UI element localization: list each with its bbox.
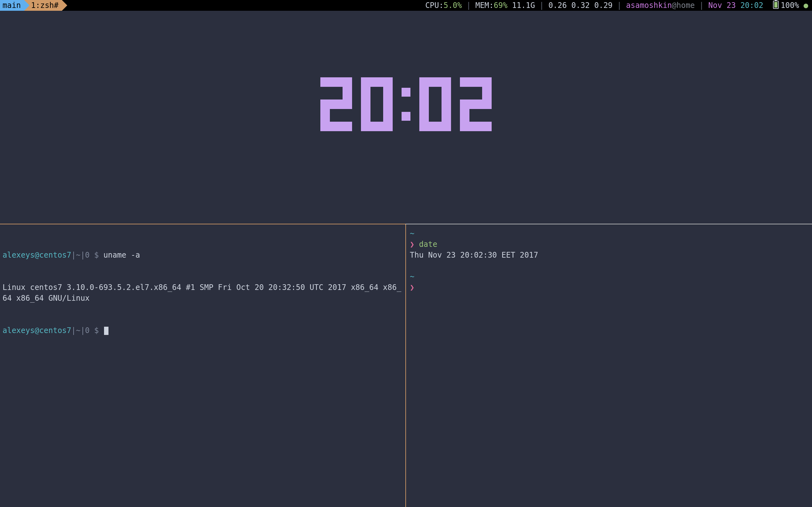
cwd-indicator: ~ <box>410 228 808 239</box>
big-clock <box>320 77 492 131</box>
separator: | <box>535 0 548 11</box>
command-text: uname -a <box>103 250 140 260</box>
mem-label: MEM: <box>475 0 494 11</box>
window-label: 1:zsh# <box>31 0 59 11</box>
prompt-symbol: ❯ <box>410 240 414 249</box>
cursor-icon <box>104 327 108 335</box>
session-name-segment[interactable]: main <box>0 0 24 11</box>
separator: | <box>462 0 475 11</box>
command-text: date <box>419 240 438 249</box>
username: asamoshkin <box>626 0 672 11</box>
powerline-arrow-icon <box>62 0 67 11</box>
cwd-indicator: ~ <box>410 271 808 282</box>
terminal-line: alexeys@centos7|~|0 $ uname -a <box>3 250 403 261</box>
prompt-path: |~|0 $ <box>71 326 103 335</box>
session-name: main <box>3 0 21 11</box>
separator: | <box>612 0 626 11</box>
command-output: Thu Nov 23 20:02:30 EET 2017 <box>410 250 808 261</box>
svg-rect-17 <box>460 122 492 131</box>
tmux-panes: alexeys@centos7|~|0 $ uname -a Linux cen… <box>0 11 812 507</box>
terminal-line: alexeys@centos7|~|0 $ <box>3 325 403 336</box>
clock-colon <box>402 88 410 121</box>
prompt-symbol: ❯ <box>410 283 414 292</box>
svg-rect-12 <box>419 122 451 131</box>
window-tab[interactable]: 1:zsh# <box>24 0 62 11</box>
mem-total: 11.1G <box>512 0 535 11</box>
svg-rect-4 <box>320 122 352 131</box>
pane-clock[interactable] <box>0 11 812 224</box>
prompt-path: |~|0 $ <box>71 250 103 260</box>
separator: | <box>695 0 708 11</box>
status-left: main 1:zsh# <box>0 0 67 11</box>
status-right: CPU: 5.0% | MEM: 69% 11.1G | 0.26 0.32 0… <box>425 0 812 11</box>
clock-digit <box>419 77 451 131</box>
battery-percent: 100% <box>780 0 799 11</box>
pane-right-terminal[interactable]: ~ ❯ date Thu Nov 23 20:02:30 EET 2017 ~ … <box>406 224 812 507</box>
pane-left-terminal[interactable]: alexeys@centos7|~|0 $ uname -a Linux cen… <box>0 224 405 507</box>
command-output: Linux centos7 3.10.0-693.5.2.el7.x86_64 … <box>3 282 403 303</box>
svg-rect-8 <box>361 122 393 131</box>
terminal-line: ❯ <box>410 282 808 293</box>
status-dot-icon: ● <box>804 0 808 11</box>
clock-digit <box>320 77 352 131</box>
clock-digit <box>361 77 393 131</box>
clock-digit <box>460 77 492 131</box>
prompt-user: alexeys@centos7 <box>3 326 71 335</box>
time-value: 20:02 <box>740 0 763 11</box>
cpu-label: CPU: <box>425 0 444 11</box>
cpu-value: 5.0% <box>444 0 462 11</box>
battery-icon <box>773 1 779 9</box>
load-average: 0.26 0.32 0.29 <box>548 0 612 11</box>
tmux-status-bar: main 1:zsh# CPU: 5.0% | MEM: 69% 11.1G |… <box>0 0 812 11</box>
date-value: Nov 23 <box>708 0 736 11</box>
powerline-arrow-icon <box>24 0 30 11</box>
mem-value: 69% <box>494 0 507 11</box>
bottom-split: alexeys@centos7|~|0 $ uname -a Linux cen… <box>0 224 812 507</box>
prompt-user: alexeys@centos7 <box>3 250 71 260</box>
terminal-line: ❯ date <box>410 239 808 250</box>
hostname: @home <box>672 0 695 11</box>
